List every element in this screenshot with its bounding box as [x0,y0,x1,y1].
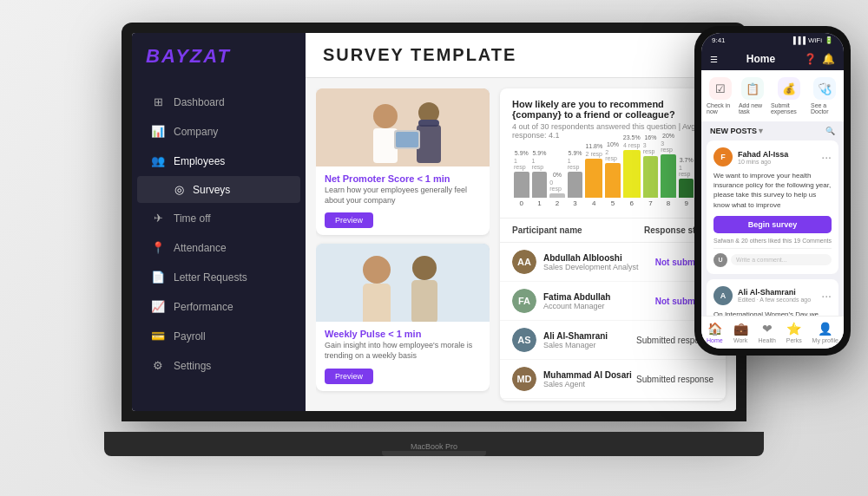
participant-status: Submitted response [636,375,713,384]
weekly-preview-button[interactable]: Preview [325,369,373,384]
participant-left: FA Fatima Abdullah Account Manager [512,289,610,313]
quick-action-expenses[interactable]: 💰 Submit expenses [771,77,807,114]
bar-resp: 3 resp [643,142,659,154]
chart-meta: 4 out of 30 respondents answered this qu… [512,122,713,140]
chart-section: How likely are you to recommend {company… [500,88,726,219]
checkin-icon: ☑ [709,77,732,100]
avatar-initials: FA [512,289,536,313]
nps-template-desc: Learn how your employees generally feel … [325,186,481,206]
bar-group-4: 11.8% 2 resp 4 [585,143,602,207]
post1-username: Fahad Al-Issa [738,150,788,159]
participant-avatar: FA [512,289,536,313]
bar-pct: 10% [607,141,619,147]
bar-label: 5 [611,199,615,207]
post2-username: Ali Al-Shamrani [738,288,811,297]
sidebar-item-label: Surveys [193,184,230,196]
feed-post-1: F Fahad Al-Issa 10 mins ago ··· We want … [707,140,838,274]
bar-pct: 5.9% [569,150,582,156]
bottom-nav-health[interactable]: ❤ Health [759,322,776,343]
participant-left: AS Ali Al-Shamrani Sales Manager [512,328,608,352]
svg-point-11 [412,256,437,280]
sidebar-item-label: Performance [174,301,233,313]
laptop-base: MacBook Pro [104,432,764,456]
participant-role: Sales Development Analyst [543,263,639,271]
participant-info: Fatima Abdullah Account Manager [543,292,610,310]
bar-label: 4 [592,199,595,207]
sidebar-item-company[interactable]: 📊 Company [137,117,300,146]
svg-rect-5 [417,125,441,163]
main-content: SURVEY TEMPLATE [306,33,736,411]
surveys-icon: ◎ [172,183,186,196]
quick-action-task[interactable]: 📋 Add new task [739,77,767,114]
bar-label: 3 [573,199,576,207]
bottom-nav-home[interactable]: 🏠 Home [707,322,723,343]
task-label: Add new task [739,102,767,114]
sidebar-item-settings[interactable]: ⚙ Settings [137,351,300,380]
expenses-icon: 💰 [778,77,800,100]
nps-template-info: Net Promoter Score < 1 min Learn how you… [316,166,490,235]
avatar-initials: MD [512,367,536,391]
participant-name: Fatima Abdullah [543,292,610,302]
sidebar-item-timeoff[interactable]: ✈ Time off [137,204,300,232]
quick-action-doctor[interactable]: 🩺 See a Doctor [811,77,838,114]
sidebar-item-dashboard[interactable]: ⊞ Dashboard [137,88,300,116]
bell-icon[interactable]: 🔔 [822,53,835,65]
bottom-nav-profile[interactable]: 👤 My profile [812,322,838,343]
bar-visual [661,154,676,198]
sidebar-item-label: Letter Requests [174,271,247,284]
post2-user-info: Ali Al-Shamrani Edited · A few seconds a… [738,288,811,303]
sidebar-item-surveys[interactable]: ◎ Surveys [137,176,300,203]
bar-group-9: 3.7% 1 resp 9 [679,157,694,207]
templates-panel: Net Promoter Score < 1 min Learn how you… [316,88,490,401]
bottom-nav-perks[interactable]: ⭐ Perks [786,322,802,343]
phone-time: 9:41 [712,36,726,44]
participants-list: AA Abdullah Alblooshi Sales Development … [500,243,726,399]
phone-mockup: 9:41 ▐▐▐ WiFi 🔋 ☰ Home ❓ 🔔 ☑ Check in no… [694,26,851,356]
bar-pct: 3.7% [680,157,694,163]
sidebar-item-label: Time off [174,212,211,225]
post2-more-icon[interactable]: ··· [821,289,832,303]
profile-nav-label: My profile [812,337,838,343]
sidebar-item-performance[interactable]: 📈 Performance [137,292,300,321]
bar-pct: 0% [553,172,562,178]
sidebar-item-letters[interactable]: 📄 Letter Requests [137,263,300,291]
svg-rect-10 [363,284,391,322]
survey-detail-panel: How likely are you to recommend {company… [500,88,726,401]
quick-action-checkin[interactable]: ☑ Check in now [707,77,735,114]
bar-resp: 0 resp [549,179,565,192]
sidebar-logo: BAYZAT [132,33,306,80]
bar-visual [679,179,694,198]
feed-search-icon[interactable]: 🔍 [825,127,835,135]
perks-nav-icon: ⭐ [786,322,801,336]
post1-time: 10 mins ago [738,159,788,165]
comment-field[interactable]: Write a comment... [731,254,832,265]
participant-row-1: FA Fatima Abdullah Account Manager Not s… [500,282,726,321]
weekly-template-info: Weekly Pulse < 1 min Gain insight into h… [316,322,490,390]
participant-row-2: AS Ali Al-Shamrani Sales Manager Submitt… [500,321,726,360]
sidebar: BAYZAT ⊞ Dashboard 📊 Company 👥 Employees [132,33,306,411]
bar-visual [568,172,583,198]
sidebar-item-payroll[interactable]: 💳 Payroll [137,322,300,350]
sidebar-item-label: Settings [174,360,211,372]
weekly-template-title: Weekly Pulse < 1 min [325,329,481,339]
content-area: Net Promoter Score < 1 min Learn how you… [306,78,736,411]
sidebar-nav: ⊞ Dashboard 📊 Company 👥 Employees ◎ Surv… [132,80,306,411]
feed-filter[interactable]: ▼ [757,127,765,135]
sidebar-item-employees[interactable]: 👥 Employees [137,147,300,175]
feed-post-2: A Ali Al-Shamrani Edited · A few seconds… [707,279,838,316]
bar-resp: 2 resp [586,151,602,157]
settings-icon: ⚙ [151,359,165,372]
participant-name: Muhammad Al Dosari [543,370,632,380]
template-card-nps: Net Promoter Score < 1 min Learn how you… [316,88,490,235]
bar-pct: 5.9% [515,150,529,156]
help-icon[interactable]: ❓ [804,53,817,65]
post1-more-icon[interactable]: ··· [821,150,832,164]
nps-title-text: Net Promoter Score [325,173,417,184]
participant-info: Ali Al-Shamrani Sales Manager [543,331,608,349]
comment-avatar: U [713,253,727,267]
timeoff-icon: ✈ [151,212,165,225]
sidebar-item-attendance[interactable]: 📍 Attendance [137,233,300,262]
bottom-nav-work[interactable]: 💼 Work [733,322,748,343]
nps-preview-button[interactable]: Preview [325,212,373,228]
begin-survey-button[interactable]: Begin survey [713,216,832,233]
